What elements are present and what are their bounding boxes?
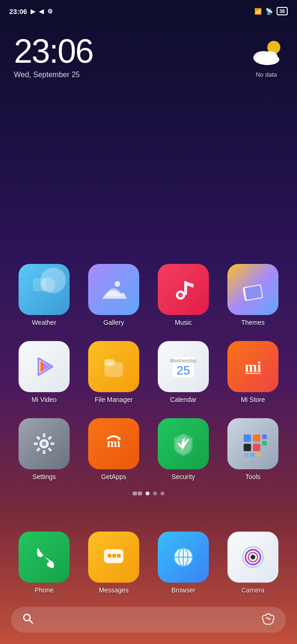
app-gallery[interactable]: Gallery (79, 260, 148, 330)
camera-label: Camera (241, 586, 265, 594)
svg-rect-40 (253, 444, 260, 451)
messages-label: Messages (99, 586, 129, 594)
svg-rect-48 (108, 554, 111, 558)
app-row-1: Weather Gallery Music (9, 260, 288, 330)
app-weather[interactable]: Weather (9, 260, 79, 330)
settings-label: Settings (32, 473, 56, 480)
security-app-icon (169, 430, 197, 458)
filemanager-label: File Manager (95, 396, 133, 403)
weather-icon (250, 39, 283, 69)
bottom-dock: Phone Messages Browser (9, 528, 288, 598)
svg-rect-49 (112, 554, 116, 558)
gallery-label: Gallery (103, 319, 124, 326)
app-filemanager[interactable]: File Manager (79, 337, 148, 407)
svg-line-30 (37, 437, 40, 440)
music-icon-bg (158, 264, 209, 315)
status-right: 📶 📡 38 (254, 7, 288, 15)
phone-label: Phone (35, 586, 53, 594)
svg-line-32 (49, 437, 52, 440)
tools-icon-bg (227, 418, 278, 469)
svg-point-3 (255, 54, 279, 65)
tools-app-icon (239, 430, 267, 458)
weather-app-icon (29, 275, 59, 305)
svg-rect-43 (244, 453, 248, 457)
status-time: 23:06 (9, 7, 27, 15)
search-icon (22, 613, 33, 627)
app-music[interactable]: Music (148, 260, 218, 330)
getapps-label: GetApps (101, 473, 126, 480)
security-icon-bg (158, 418, 209, 469)
clock-weather-area: 23:06 Wed, September 25 No data (0, 20, 297, 79)
svg-rect-37 (244, 434, 251, 442)
svg-rect-45 (257, 453, 261, 457)
music-label: Music (175, 319, 192, 326)
app-mivideo[interactable]: Mi Video (9, 337, 79, 407)
clock-time: 23:06 (14, 34, 93, 68)
phone-app-icon (32, 545, 57, 570)
status-left: 23:06 ▶ ◀ ⚙ (9, 7, 53, 15)
battery-level: 38 (279, 8, 285, 14)
clock-date: Wed, September 25 (14, 71, 93, 79)
svg-rect-23 (245, 373, 261, 374)
svg-rect-16 (104, 359, 115, 366)
svg-rect-39 (244, 444, 251, 451)
camera-icon-bg (227, 532, 278, 583)
getapps-app-icon: mi (99, 429, 128, 458)
svg-text:25: 25 (177, 363, 190, 377)
page-indicator-2 (153, 492, 157, 495)
svg-point-59 (251, 555, 255, 559)
svg-text:mi: mi (245, 358, 261, 375)
security-label: Security (172, 473, 195, 480)
weather-status: No data (256, 71, 277, 78)
gallery-app-icon (100, 276, 128, 303)
tools-label: Tools (245, 473, 261, 480)
app-calendar[interactable]: Wednesday 25 Calendar (148, 337, 218, 407)
app-security[interactable]: Security (148, 414, 218, 484)
mivideo-app-icon (30, 353, 58, 381)
app-grid: Weather Gallery Music (0, 260, 297, 505)
page-indicator-3 (161, 492, 164, 495)
page-indicator-1 (146, 492, 149, 495)
svg-point-8 (178, 293, 183, 297)
camera-app-icon (239, 544, 266, 571)
battery-indicator: 38 (277, 7, 288, 15)
svg-line-33 (37, 448, 40, 451)
app-row-2: Mi Video File Manager Wednesday 25 (9, 337, 288, 407)
svg-rect-41 (262, 434, 267, 439)
wifi-icon: 📡 (265, 8, 273, 15)
app-camera[interactable]: Camera (218, 528, 288, 598)
play-icon: ▶ (31, 8, 35, 15)
svg-point-6 (115, 281, 120, 287)
filemanager-app-icon (100, 353, 128, 381)
mi-assistant-icon (262, 612, 275, 628)
page-indicator-lines (133, 492, 142, 495)
mistore-label: Mi Store (241, 396, 265, 403)
calendar-app-icon: Wednesday 25 (169, 352, 198, 381)
filemanager-icon-bg (88, 341, 139, 392)
app-browser[interactable]: Browser (148, 528, 218, 598)
getapps-icon-bg: mi (88, 418, 139, 469)
app-tools[interactable]: Tools (218, 414, 288, 484)
svg-rect-5 (33, 278, 46, 291)
svg-point-25 (42, 441, 46, 446)
phone-icon-bg (19, 532, 70, 583)
search-bar[interactable] (11, 607, 286, 633)
app-settings[interactable]: Settings (9, 414, 79, 484)
app-messages[interactable]: Messages (79, 528, 148, 598)
themes-app-icon (239, 276, 267, 303)
app-mistore[interactable]: mi Mi Store (218, 337, 288, 407)
gallery-icon-bg (88, 264, 139, 315)
weather-widget[interactable]: No data (250, 34, 283, 78)
app-getapps[interactable]: mi GetApps (79, 414, 148, 484)
calendar-label: Calendar (170, 396, 197, 403)
signal-icon: 📶 (254, 8, 262, 15)
svg-line-31 (49, 448, 52, 451)
page-indicators (9, 492, 288, 495)
weather-icon-bg (19, 264, 70, 315)
status-bar: 23:06 ▶ ◀ ⚙ 📶 📡 38 (0, 0, 297, 20)
app-phone[interactable]: Phone (9, 528, 79, 598)
mivideo-icon-bg (19, 341, 70, 392)
mistore-icon-bg: mi (227, 341, 278, 392)
app-themes[interactable]: Themes (218, 260, 288, 330)
browser-app-icon (170, 544, 197, 571)
